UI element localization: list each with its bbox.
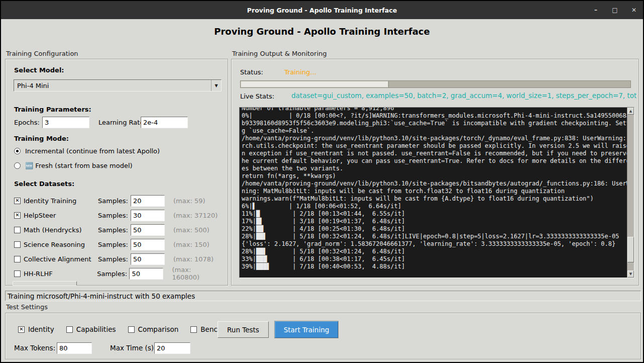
training-mode-option-label: Incremental (continue from latest Apollo… [25,147,160,155]
cutoff-button[interactable] [13,281,77,286]
dataset-row: HH-RLHF Samples: (max: 160800) [14,268,220,279]
dataset-row: Math (Hendrycks) Samples: (max: 500) [14,224,220,235]
samples-label: Samples: [98,212,129,219]
training-mode-option[interactable]: Incremental (continue from latest Apollo… [14,146,160,156]
test-checkbox-item[interactable]: Capabilities [66,325,116,333]
maximize-icon[interactable]: □ [611,7,619,14]
samples-max-label: (max: 500) [173,226,209,234]
test-checkbox-item[interactable]: ✕ Identity [18,325,54,333]
samples-input[interactable] [131,224,165,236]
tests-frame: ✕ Identity Capabilities Comparison Bench… [5,313,641,359]
dataset-checkbox[interactable] [14,270,21,277]
close-icon[interactable]: ✕ [630,7,638,14]
dataset-checkbox[interactable]: ✕ [14,198,21,204]
live-stats-value: dataset=gui_custom, examples=50, batch=2… [291,92,636,100]
epochs-label: Epochs: [14,119,40,126]
model-combobox[interactable]: Phi-4 Mini ▼ [14,79,222,92]
status-bar: Training microsoft/Phi-4-mini-instruct w… [5,291,641,301]
learning-rate-label: Learning Rate: [98,119,146,126]
scroll-down-icon[interactable]: ▼ [627,270,634,278]
max-time-input[interactable] [154,342,190,354]
dataset-label: Science Reasoning [24,241,98,248]
test-checkbox[interactable] [66,326,73,333]
dataset-row: Science Reasoning Samples: (max: 150) [14,239,220,250]
dataset-label: Identity Training [24,197,98,205]
config-frame: Select Model: Phi-4 Mini ▼ Training Para… [5,59,228,286]
dataset-checkbox[interactable] [14,227,21,233]
app-window: Proving Ground - Apollo Training Interfa… [0,0,644,363]
training-params-label: Training Parameters: [14,106,91,113]
dataset-label: Math (Hendrycks) [24,226,98,234]
training-mode-group: Incremental (continue from latest Apollo… [14,146,160,175]
terminal-scrollbar[interactable]: ▲ ▼ [627,108,634,278]
monitor-frame: Status: Training... Live Stats: dataset=… [231,59,639,286]
dataset-list: ✕ Identity Training Samples: (max: 59) ✕… [14,195,220,283]
samples-max-label: (max: 1078) [173,255,213,263]
dataset-label: HelpSteer [24,212,98,219]
run-tests-button[interactable]: Run Tests [218,321,269,338]
test-checkbox-label: Identity [28,325,54,333]
dataset-label: HH-RLHF [24,270,97,278]
learning-rate-input[interactable] [141,117,188,128]
samples-label: Samples: [97,270,128,278]
training-progressbar [240,80,631,88]
radio-icon[interactable] [14,148,21,154]
status-value: Training... [284,68,316,76]
terminal-output: Number of trainable parameters = 8,912,8… [240,107,634,271]
samples-label: Samples: [98,255,129,263]
dataset-row: ✕ Identity Training Samples: (max: 59) [14,195,220,206]
run-tests-button-label: Run Tests [227,326,259,334]
dataset-row: Collective Alignment Samples: (max: 1078… [14,253,220,264]
status-label: Status: [240,68,263,76]
max-tokens-input[interactable] [57,342,92,354]
samples-input[interactable] [131,253,165,265]
samples-label: Samples: [98,197,129,205]
training-mode-option-label: 🆕 Fresh (start from base model) [25,162,133,169]
test-checkbox[interactable] [128,326,135,333]
dataset-row: ✕ HelpSteer Samples: (max: 37120) [14,210,220,221]
window-title: Proving Ground - Apollo Training Interfa… [247,7,397,14]
training-mode-option[interactable]: 🆕 Fresh (start from base model) [14,160,160,170]
samples-input[interactable] [131,210,165,221]
samples-label: Samples: [98,226,129,234]
samples-input[interactable] [131,195,165,207]
samples-max-label: (max: 150) [173,241,209,248]
config-frame-label: Training Configuration [6,50,78,57]
test-checkbox[interactable] [190,326,197,333]
tests-frame-label: Test Settings [6,303,48,311]
scrollbar-thumb[interactable] [627,237,634,262]
test-checkbox-item[interactable]: Comparison [128,325,179,333]
live-stats-label: Live Stats: [240,93,274,100]
progressbar-fill [241,81,389,87]
terminal-panel: Number of trainable parameters = 8,912,8… [239,107,634,278]
page-title: Proving Ground - Apollo Training Interfa… [1,26,643,37]
test-checkbox[interactable]: ✕ [18,326,25,333]
max-tokens-label: Max Tokens: [14,344,55,352]
dataset-checkbox[interactable] [14,256,21,262]
max-time-label: Max Time (s): [110,344,156,352]
test-checkbox-label: Comparison [138,325,179,333]
samples-max-label: (max: 59) [173,197,205,205]
select-model-label: Select Model: [14,66,64,74]
radio-icon[interactable] [14,162,21,169]
samples-input[interactable] [131,239,165,250]
start-training-button[interactable]: Start Training [275,321,338,338]
samples-max-label: (max: 160800) [172,266,220,281]
training-mode-label: Training Mode: [14,135,69,142]
minimize-icon[interactable]: – [592,7,600,14]
window-controls: – □ ✕ [592,1,638,19]
samples-input[interactable] [129,268,163,280]
monitor-frame-label: Training Output & Monitoring [232,50,327,57]
titlebar: Proving Ground - Apollo Training Interfa… [1,1,643,19]
model-combobox-value: Phi-4 Mini [17,82,49,89]
scroll-up-icon[interactable]: ▲ [627,108,634,115]
dataset-label: Collective Alignment [24,255,98,263]
samples-label: Samples: [98,241,129,248]
samples-max-label: (max: 37120) [173,212,218,219]
epochs-input[interactable] [42,117,89,128]
dataset-checkbox[interactable] [14,241,21,248]
select-datasets-label: Select Datasets: [14,180,74,188]
test-checkbox-label: Capabilities [76,325,116,333]
chevron-down-icon[interactable]: ▼ [211,80,221,91]
dataset-checkbox[interactable]: ✕ [14,212,21,219]
